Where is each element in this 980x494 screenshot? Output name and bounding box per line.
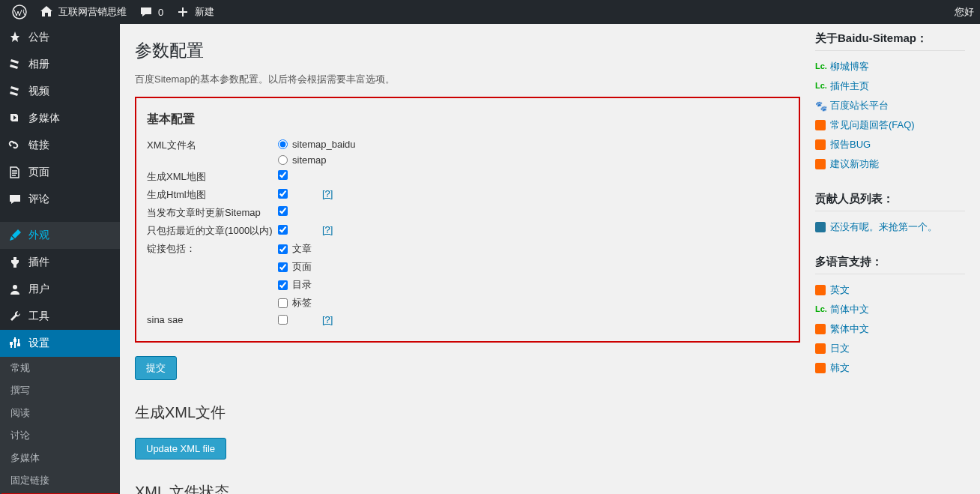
rss-icon (815, 324, 826, 334)
about-link-1[interactable]: 插件主页 (830, 79, 869, 93)
checkbox-page[interactable]: 页面 (278, 260, 312, 274)
admin-bar-left: 互联网营销思维 0 新建 (6, 0, 220, 24)
plus-icon (175, 4, 190, 19)
checkbox-sina[interactable] (278, 315, 288, 325)
radio-sitemap-baidu[interactable]: sitemap_baidu (278, 139, 356, 150)
pin-icon (7, 84, 22, 99)
lang-link-4[interactable]: 韩文 (830, 361, 850, 375)
lc-icon: Lc. (815, 61, 826, 72)
about-link-0[interactable]: 柳城博客 (830, 60, 869, 73)
admin-sidebar: 公告 相册 视频 多媒体 链接 页面 评论 外观 插件 用户 工具 设置 常规 … (0, 24, 120, 494)
xml-status-section: XML 文件状态 (135, 482, 800, 494)
pin-icon (7, 57, 22, 72)
config-box: 基本配置 XML文件名 sitemap_baidu sitemap 生成XML地… (135, 97, 800, 343)
menu-media[interactable]: 多媒体 (0, 105, 120, 132)
comment-icon (7, 192, 22, 207)
lang-link-0[interactable]: 英文 (830, 283, 850, 297)
menu-users[interactable]: 用户 (0, 276, 120, 303)
checkbox-on-publish[interactable] (278, 206, 288, 216)
update-xml-button[interactable]: Update XML file (135, 438, 226, 460)
menu-plugins[interactable]: 插件 (0, 249, 120, 276)
xml-section-title: 生成XML文件 (135, 403, 800, 423)
menu-appearance[interactable]: 外观 (0, 222, 120, 249)
contrib-link[interactable]: 还没有呢。来抢第一个。 (830, 220, 937, 234)
settings-submenu: 常规 撰写 阅读 讨论 多媒体 固定链接 Baidu-Sitemap PostV… (0, 357, 120, 494)
lang-widget: 多语言支持： 英文 Lc.简体中文 繁体中文 日文 韩文 (815, 255, 965, 378)
row-sina: sina sae [?] (147, 312, 788, 328)
checkbox-tag[interactable]: 标签 (278, 296, 312, 310)
submenu-media[interactable]: 多媒体 (0, 447, 120, 469)
svg-rect-3 (13, 339, 16, 342)
comments-count: 0 (158, 7, 163, 18)
greeting[interactable]: 您好 (955, 5, 974, 19)
lang-link-2[interactable]: 繁体中文 (830, 322, 869, 336)
submenu-reading[interactable]: 阅读 (0, 402, 120, 424)
help-recent[interactable]: [?] (322, 224, 333, 235)
row-gen-xml: 生成XML地图 (147, 168, 788, 186)
checkbox-gen-xml[interactable] (278, 170, 288, 180)
page-title: 参数配置 (135, 39, 800, 62)
submit-button[interactable]: 提交 (135, 356, 177, 380)
checkbox-category[interactable]: 目录 (278, 278, 312, 292)
submenu-general[interactable]: 常规 (0, 357, 120, 379)
lc-icon: Lc. (815, 81, 826, 91)
about-link-2[interactable]: 百度站长平台 (830, 99, 889, 112)
new-content[interactable]: 新建 (169, 0, 220, 24)
radio-sitemap[interactable]: sitemap (278, 154, 356, 166)
rss-icon (815, 343, 826, 354)
brush-icon (7, 228, 22, 243)
checkbox-gen-html[interactable] (278, 189, 288, 199)
page-icon (7, 165, 22, 180)
wordpress-icon (12, 4, 27, 19)
rss-icon (815, 159, 826, 169)
about-link-5[interactable]: 建议新功能 (830, 157, 879, 171)
xml-filename-label: XML文件名 (147, 139, 278, 152)
submenu-permalink[interactable]: 固定链接 (0, 469, 120, 492)
menu-video[interactable]: 视频 (0, 78, 120, 105)
home-icon (39, 4, 54, 19)
submenu-writing[interactable]: 撰写 (0, 379, 120, 402)
svg-point-1 (13, 285, 17, 289)
row-recent: 只包括最近的文章(1000以内) [?] (147, 222, 788, 240)
menu-pages[interactable]: 页面 (0, 159, 120, 186)
media-icon (7, 111, 22, 126)
menu-gallery[interactable]: 相册 (0, 51, 120, 78)
rss-icon (815, 285, 826, 295)
svg-rect-4 (17, 343, 20, 346)
xml-section: 生成XML文件 Update XML file (135, 403, 800, 460)
about-link-3[interactable]: 常见问题回答(FAQ) (830, 118, 915, 132)
row-on-publish: 当发布文章时更新Sitemap (147, 204, 788, 222)
menu-links[interactable]: 链接 (0, 132, 120, 159)
menu-announce[interactable]: 公告 (0, 24, 120, 51)
content-area: 参数配置 百度Sitemap的基本参数配置。以后将会根据需要丰富选项。 基本配置… (120, 24, 980, 494)
help-gen-html[interactable]: [?] (322, 188, 333, 199)
menu-tools[interactable]: 工具 (0, 303, 120, 330)
checkbox-article[interactable]: 文章 (278, 242, 312, 256)
site-home[interactable]: 互联网营销思维 (33, 0, 133, 24)
comment-icon (139, 4, 154, 19)
contrib-title: 贡献人员列表： (815, 192, 965, 211)
pin-icon (7, 30, 22, 45)
paw-icon: 🐾 (815, 100, 826, 111)
wp-logo[interactable] (6, 0, 33, 24)
comments-link[interactable]: 0 (133, 0, 169, 24)
main-column: 参数配置 百度Sitemap的基本参数配置。以后将会根据需要丰富选项。 基本配置… (135, 31, 800, 494)
submenu-discussion[interactable]: 讨论 (0, 424, 120, 447)
menu-settings[interactable]: 设置 (0, 330, 120, 357)
about-link-4[interactable]: 报告BUG (830, 138, 871, 151)
plugin-icon (7, 255, 22, 270)
row-links: 锭接包括： 文章 页面 目录 标签 (147, 240, 788, 312)
lang-link-3[interactable]: 日文 (830, 342, 850, 355)
menu-comments[interactable]: 评论 (0, 186, 120, 213)
settings-icon (7, 336, 22, 351)
svg-rect-2 (10, 342, 13, 345)
help-sina[interactable]: [?] (322, 314, 333, 325)
lang-link-1[interactable]: 简体中文 (830, 303, 869, 316)
admin-bar: 互联网营销思维 0 新建 您好 (0, 0, 980, 24)
xml-status-title: XML 文件状态 (135, 482, 800, 494)
site-title: 互联网营销思维 (58, 5, 127, 19)
row-gen-html: 生成Html地图 [?] (147, 186, 788, 204)
checkbox-recent[interactable] (278, 225, 288, 235)
about-widget: 关于Baidu-Sitemap： Lc.柳城博客 Lc.插件主页 🐾百度站长平台… (815, 31, 965, 174)
rss-icon (815, 120, 826, 130)
